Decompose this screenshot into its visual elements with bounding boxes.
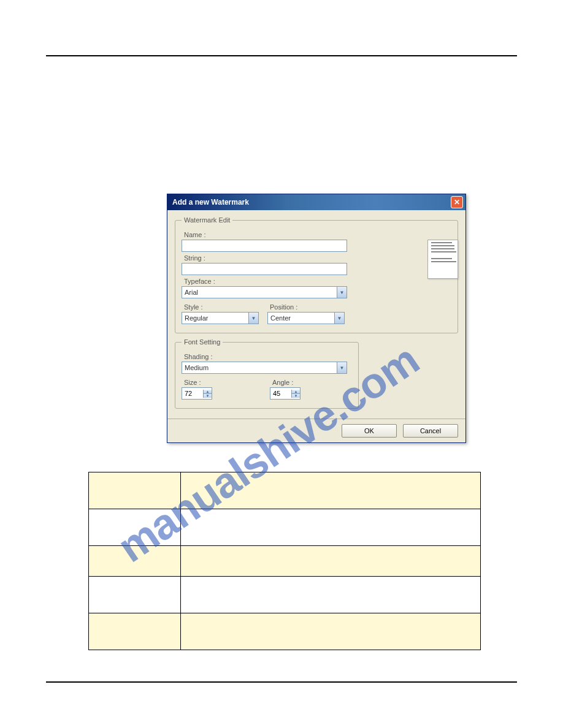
chevron-down-icon: ▼ xyxy=(337,362,347,373)
close-icon[interactable]: ✕ xyxy=(451,196,463,208)
position-label: Position : xyxy=(270,303,345,311)
dialog-title: Add a new Watermark xyxy=(172,198,451,207)
table-cell xyxy=(89,509,181,546)
chevron-down-icon: ▼ xyxy=(337,287,347,298)
angle-stepper[interactable]: 45 ▲▼ xyxy=(270,387,301,400)
name-input[interactable] xyxy=(182,240,347,252)
table-cell xyxy=(89,613,181,650)
watermark-dialog: Add a new Watermark ✕ Watermark Edit Nam… xyxy=(167,194,466,443)
shading-value: Medium xyxy=(182,364,337,371)
group-label: Font Setting xyxy=(182,338,223,346)
size-label: Size : xyxy=(184,379,212,386)
shading-select[interactable]: Medium ▼ xyxy=(182,362,347,374)
description-table xyxy=(88,472,481,650)
string-label: String : xyxy=(184,254,451,262)
chevron-down-icon: ▼ xyxy=(248,313,258,324)
chevron-up-icon[interactable]: ▲ xyxy=(291,390,300,394)
chevron-up-icon[interactable]: ▲ xyxy=(203,390,212,394)
font-setting-group: Font Setting Shading : Medium ▼ Size : 7… xyxy=(175,338,359,409)
size-stepper[interactable]: 72 ▲▼ xyxy=(182,387,212,400)
titlebar: Add a new Watermark ✕ xyxy=(167,194,465,210)
table-cell xyxy=(181,613,481,650)
angle-label: Angle : xyxy=(272,379,301,386)
angle-value: 45 xyxy=(270,390,291,397)
table-cell xyxy=(181,509,481,546)
position-select[interactable]: Center ▼ xyxy=(267,312,345,324)
cancel-button[interactable]: Cancel xyxy=(403,424,458,438)
size-value: 72 xyxy=(182,390,203,397)
position-value: Center xyxy=(268,314,334,322)
group-label: Watermark Edit xyxy=(182,216,232,224)
top-rule xyxy=(46,55,517,56)
dialog-footer: OK Cancel xyxy=(167,419,465,442)
table-cell xyxy=(181,546,481,577)
typeface-label: Typeface : xyxy=(184,278,451,285)
string-input[interactable] xyxy=(182,263,347,275)
name-label: Name : xyxy=(184,231,451,238)
watermark-edit-group: Watermark Edit Name : String : Typeface … xyxy=(175,216,458,333)
style-label: Style : xyxy=(184,303,259,311)
table-cell xyxy=(89,577,181,613)
table-cell xyxy=(181,472,481,509)
chevron-down-icon[interactable]: ▼ xyxy=(203,394,212,398)
style-value: Regular xyxy=(182,314,248,322)
bottom-rule xyxy=(46,681,517,683)
chevron-down-icon: ▼ xyxy=(334,313,344,324)
typeface-select[interactable]: Arial ▼ xyxy=(182,286,347,298)
ok-button[interactable]: OK xyxy=(342,424,397,438)
dialog-body: Watermark Edit Name : String : Typeface … xyxy=(167,210,465,419)
style-select[interactable]: Regular ▼ xyxy=(182,312,259,324)
table-cell xyxy=(89,472,181,509)
table-cell xyxy=(89,546,181,577)
preview-thumbnail xyxy=(427,240,458,279)
chevron-down-icon[interactable]: ▼ xyxy=(291,394,300,398)
shading-label: Shading : xyxy=(184,353,352,360)
table-cell xyxy=(181,577,481,613)
typeface-value: Arial xyxy=(182,289,337,296)
